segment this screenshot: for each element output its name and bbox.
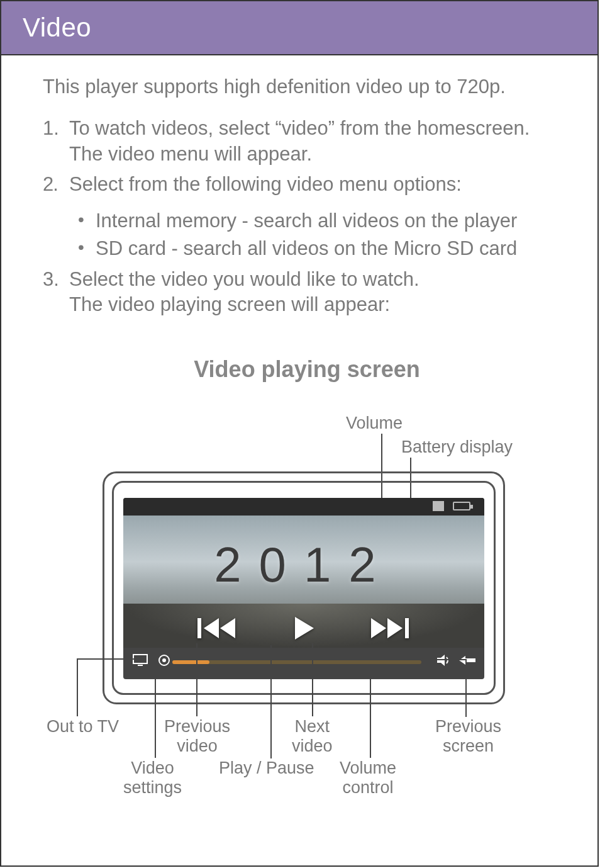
leader-line bbox=[426, 659, 467, 660]
bottom-controls bbox=[123, 641, 484, 679]
play-pause-button[interactable] bbox=[281, 614, 326, 643]
bullet-text: SD card - search all videos on the Micro… bbox=[96, 236, 517, 261]
leader-line bbox=[465, 659, 467, 717]
content-area: This player supports high defenition vid… bbox=[1, 55, 597, 799]
speaker-icon bbox=[436, 654, 451, 667]
step-number: 1. bbox=[43, 116, 69, 167]
svg-point-10 bbox=[162, 658, 166, 662]
skip-back-icon bbox=[197, 616, 239, 641]
leader-line bbox=[196, 643, 197, 716]
gear-icon bbox=[157, 653, 171, 667]
step-text: Select from the following video menu opt… bbox=[69, 172, 571, 197]
svg-marker-12 bbox=[459, 656, 475, 665]
label-battery: Battery display bbox=[401, 437, 513, 457]
video-screen: 2012 bbox=[123, 498, 484, 679]
previous-screen-button[interactable] bbox=[458, 651, 477, 670]
video-settings-button[interactable] bbox=[155, 651, 174, 670]
skip-forward-icon bbox=[369, 616, 410, 641]
back-arrow-icon bbox=[459, 655, 475, 665]
svg-marker-3 bbox=[295, 617, 314, 640]
label-previous-video: Previous video bbox=[164, 717, 230, 756]
svg-marker-11 bbox=[437, 655, 445, 666]
bullet-item: • SD card - search all videos on the Mic… bbox=[78, 236, 571, 261]
bullet-dot-icon: • bbox=[78, 236, 96, 261]
intro-text: This player supports high defenition vid… bbox=[43, 74, 571, 99]
svg-rect-8 bbox=[138, 665, 143, 666]
status-bar bbox=[123, 498, 484, 516]
leader-line bbox=[370, 668, 371, 758]
svg-rect-6 bbox=[405, 618, 409, 638]
step-3: 3. Select the video you would like to wa… bbox=[43, 267, 571, 318]
header-bar: Video bbox=[1, 1, 597, 55]
svg-marker-5 bbox=[387, 618, 403, 638]
svg-marker-2 bbox=[220, 618, 235, 638]
leader-line bbox=[312, 643, 313, 716]
battery-icon bbox=[453, 502, 470, 510]
label-volume: Volume bbox=[346, 414, 403, 433]
bullet-item: • Internal memory - search all videos on… bbox=[78, 208, 571, 234]
label-play-pause: Play / Pause bbox=[219, 758, 314, 778]
label-volume-control: Volume control bbox=[340, 758, 396, 798]
bullet-text: Internal memory - search all videos on t… bbox=[96, 208, 517, 234]
next-video-button[interactable] bbox=[367, 614, 412, 643]
video-player-diagram: Volume Battery display 2012 bbox=[49, 409, 565, 799]
step-text: Select the video you would like to watch… bbox=[69, 267, 571, 318]
leader-line bbox=[77, 658, 136, 660]
leader-line bbox=[155, 668, 156, 758]
tv-icon bbox=[133, 654, 148, 667]
step-number: 2. bbox=[43, 172, 69, 197]
step-2: 2. Select from the following video menu … bbox=[43, 172, 571, 197]
page-title: Video bbox=[23, 13, 91, 43]
bullet-list: • Internal memory - search all videos on… bbox=[78, 208, 571, 262]
play-icon bbox=[291, 616, 316, 641]
step-number: 3. bbox=[43, 267, 69, 318]
step-1: 1. To watch videos, select “video” from … bbox=[43, 116, 571, 167]
step-text: To watch videos, select “video” from the… bbox=[69, 116, 571, 167]
bullet-dot-icon: • bbox=[78, 208, 96, 234]
leader-line bbox=[77, 658, 78, 716]
video-movie-title: 2012 bbox=[214, 533, 394, 597]
svg-marker-4 bbox=[371, 618, 386, 638]
svg-marker-1 bbox=[204, 618, 219, 638]
volume-icon[interactable] bbox=[433, 501, 444, 511]
label-next-video: Next video bbox=[292, 717, 333, 756]
label-video-settings: Video settings bbox=[123, 758, 182, 798]
label-out-to-tv: Out to TV bbox=[47, 717, 119, 736]
diagram-title: Video playing screen bbox=[43, 355, 571, 385]
svg-rect-0 bbox=[197, 618, 201, 638]
volume-control-button[interactable] bbox=[434, 651, 453, 670]
playback-controls bbox=[123, 614, 484, 643]
out-to-tv-button[interactable] bbox=[131, 651, 150, 670]
page: Video This player supports high defeniti… bbox=[0, 0, 599, 867]
leader-line bbox=[270, 645, 272, 758]
label-previous-screen: Previous screen bbox=[435, 717, 501, 756]
previous-video-button[interactable] bbox=[196, 614, 241, 643]
